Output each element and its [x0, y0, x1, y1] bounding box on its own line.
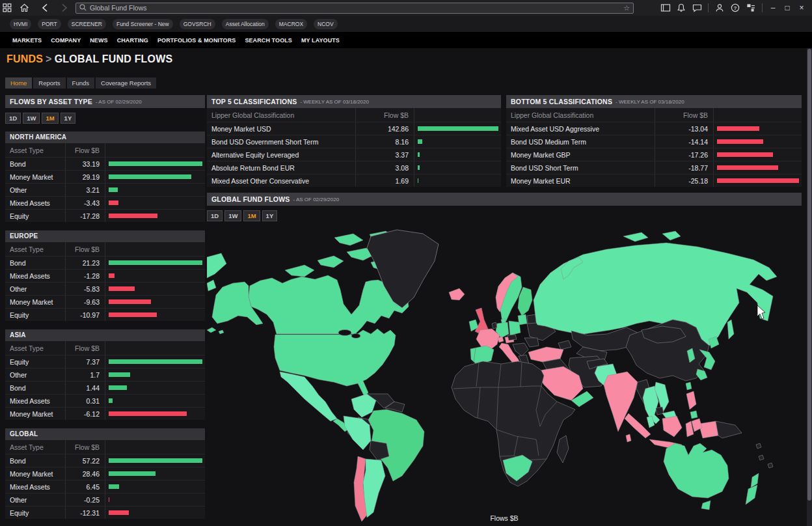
app-grid-icon[interactable]: [0, 1, 14, 15]
negative-flow-bar: [109, 411, 187, 416]
bar-cell: [105, 454, 205, 467]
range-button-1m[interactable]: 1M: [42, 113, 58, 124]
range-button-1y[interactable]: 1Y: [262, 210, 278, 221]
column-header-label: Asset Type: [5, 443, 65, 451]
scrollbar-thumb[interactable]: [807, 49, 811, 501]
negative-flow-bar: [109, 510, 129, 515]
range-button-1m[interactable]: 1M: [243, 210, 260, 221]
flows-by-asset-type-panel: FLOWS BY ASSET TYPE - AS OF 02/29/2020 1…: [5, 95, 205, 526]
range-button-1y[interactable]: 1Y: [61, 113, 76, 124]
menu-item[interactable]: CHARTING: [117, 37, 148, 44]
row-value: 6.45: [65, 480, 105, 493]
row-value: -12.31: [65, 506, 105, 519]
column-header-label: Asset Type: [5, 146, 65, 154]
breadcrumb-root[interactable]: FUNDS: [7, 53, 43, 64]
panel-asof: - WEEKLY AS OF 03/18/2020: [616, 99, 684, 105]
app-tab[interactable]: Fund Screener - New: [113, 19, 173, 29]
home-icon[interactable]: [17, 1, 31, 15]
column-header-label: Asset Type: [5, 344, 65, 352]
app-tab[interactable]: MACROX: [275, 19, 307, 29]
range-button-1w[interactable]: 1W: [23, 113, 40, 124]
panel-asof: - WEEKLY AS OF 03/18/2020: [300, 99, 369, 105]
app-tab[interactable]: GOVSRCH: [180, 19, 215, 29]
view-tab-coverage-reports[interactable]: Coverage Reports: [96, 77, 156, 89]
row-label: Other: [5, 371, 65, 379]
row-label: Mixed Asset USD Aggressive: [506, 125, 655, 133]
table-row: Bond1.44: [5, 381, 205, 394]
search-input[interactable]: Global Fund Flows ☆: [75, 3, 634, 14]
panel-header: FLOWS BY ASSET TYPE - AS OF 02/29/2020: [5, 95, 205, 108]
section-header: ASIA: [5, 329, 205, 341]
negative-flow-bar: [109, 497, 109, 502]
app-tab[interactable]: NCOV: [314, 19, 338, 29]
range-button-1w[interactable]: 1W: [224, 210, 241, 221]
menu-item[interactable]: SEARCH TOOLS: [245, 37, 292, 44]
table-row: Other1.7: [5, 368, 205, 381]
global-fund-flows-panel-header: GLOBAL FUND FLOWS - AS OF 02/29/2020: [207, 193, 802, 206]
bar-cell: [105, 394, 205, 407]
row-value: 3.37: [355, 148, 414, 161]
vertical-scrollbar[interactable]: [807, 48, 812, 526]
favorite-star-icon[interactable]: ☆: [623, 4, 630, 12]
row-label: Money Market: [5, 470, 65, 478]
table-row: Money Market29.19: [5, 170, 205, 183]
row-label: Equity: [5, 509, 65, 517]
alerts-bell-icon[interactable]: [674, 1, 688, 15]
row-value: 8.16: [355, 135, 414, 148]
menu-item[interactable]: NEWS: [90, 37, 107, 44]
table-row: Money Market-6.12: [5, 407, 205, 420]
row-value: -25.18: [655, 174, 713, 187]
view-tab-funds[interactable]: Funds: [67, 77, 94, 89]
minimize-button[interactable]: –: [766, 3, 779, 12]
range-button-1d[interactable]: 1D: [5, 113, 21, 124]
column-header-label: Lipper Global Classification: [207, 111, 355, 119]
row-value: -17.28: [65, 210, 105, 222]
row-label: Equity: [5, 358, 65, 366]
world-map[interactable]: [207, 225, 802, 524]
help-icon[interactable]: ?: [728, 1, 742, 15]
row-label: Money Market: [5, 410, 65, 418]
app-tab[interactable]: HVMI: [10, 19, 31, 29]
app-tab[interactable]: Asset Allocation: [222, 19, 269, 29]
row-value: 28.46: [65, 467, 105, 480]
column-header-value: Flow $B: [65, 143, 105, 157]
windows-icon[interactable]: [658, 1, 673, 15]
range-button-1d[interactable]: 1D: [207, 210, 223, 221]
back-icon[interactable]: [38, 1, 52, 15]
view-tab-reports[interactable]: Reports: [33, 77, 65, 89]
row-value: -0.25: [65, 493, 105, 506]
menu-item[interactable]: MY LAYOUTS: [301, 37, 340, 44]
row-label: Bond USD Medium Term: [506, 138, 655, 146]
positive-flow-bar: [418, 152, 420, 157]
messenger-icon[interactable]: [690, 1, 704, 15]
bar-cell: [105, 242, 205, 256]
profile-icon[interactable]: [712, 1, 727, 15]
bar-cell: [105, 467, 205, 480]
forward-icon[interactable]: [57, 1, 72, 15]
table-row: Mixed Asset USD Aggressive-13.04: [506, 122, 802, 135]
region-section-north-america: NORTH AMERICAAsset TypeFlow $BBond33.19M…: [5, 132, 205, 222]
positive-flow-bar: [418, 126, 498, 131]
menu-item[interactable]: PORTFOLIOS & MONITORS: [157, 37, 236, 44]
layout-icon[interactable]: [744, 1, 758, 15]
divider: [762, 3, 763, 12]
bar-cell: [414, 174, 501, 187]
maximize-button[interactable]: □: [781, 3, 794, 12]
row-label: Bond: [5, 160, 65, 168]
app-tab[interactable]: SCREENER: [68, 19, 106, 29]
bottom5-classifications-panel: BOTTOM 5 CLASSIFICATIONS - WEEKLY AS OF …: [506, 95, 802, 187]
positive-flow-bar: [109, 161, 202, 166]
negative-flow-bar: [717, 178, 799, 183]
bar-cell: [105, 381, 205, 394]
menu-item[interactable]: MARKETS: [12, 37, 42, 44]
menu-item[interactable]: COMPANY: [51, 37, 81, 44]
close-button[interactable]: ×: [795, 3, 808, 12]
table-row: Money Market GBP-17.26: [506, 148, 802, 161]
panel-title: BOTTOM 5 CLASSIFICATIONS: [511, 98, 612, 105]
table-row: Other3.21: [5, 183, 205, 196]
app-tab[interactable]: PORT: [38, 19, 61, 29]
row-value: -14.14: [655, 135, 713, 148]
bar-cell: [105, 309, 205, 321]
panel-asof: - AS OF 02/29/2020: [293, 197, 339, 202]
view-tab-home[interactable]: Home: [5, 77, 32, 89]
